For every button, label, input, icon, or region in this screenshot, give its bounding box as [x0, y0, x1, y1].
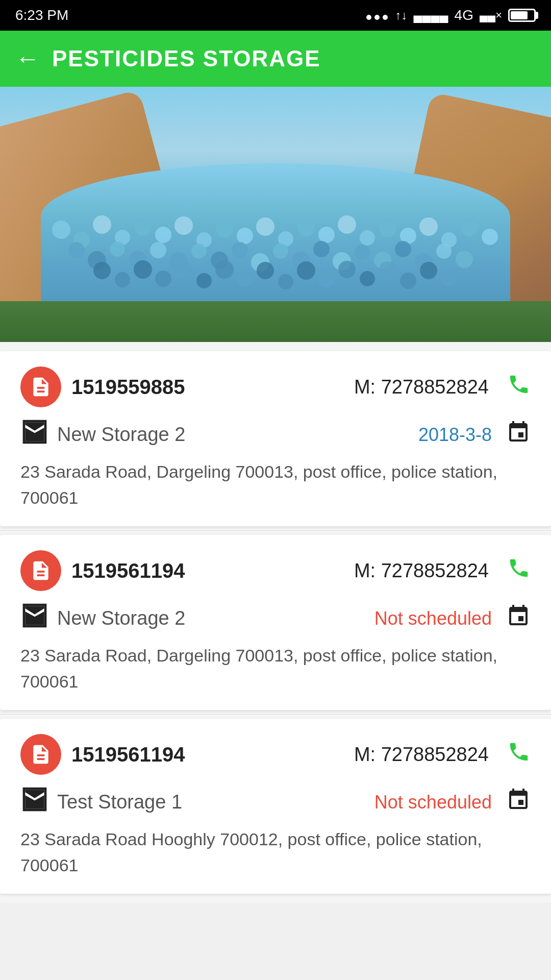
phone-icon-1[interactable]: [507, 373, 531, 402]
status-time: 6:23 PM: [15, 7, 68, 23]
svg-point-16: [379, 220, 396, 237]
svg-point-56: [379, 261, 397, 280]
svg-point-52: [297, 261, 315, 280]
hero-image: [0, 87, 551, 342]
svg-point-57: [400, 273, 416, 289]
svg-point-34: [313, 241, 330, 257]
svg-point-47: [196, 273, 212, 288]
svg-point-22: [68, 242, 85, 258]
doc-icon-circle-1: [20, 366, 61, 407]
svg-point-30: [232, 242, 248, 258]
svg-point-36: [355, 244, 370, 260]
document-icon-3: [30, 743, 52, 766]
svg-point-41: [456, 251, 473, 268]
card-3-address: 23 Sarada Road Hooghly 700012, post offi…: [20, 826, 531, 878]
store-icon-2: [20, 601, 49, 635]
svg-point-51: [278, 274, 293, 289]
svg-point-24: [110, 241, 125, 257]
hero-image-content: [0, 87, 551, 342]
card-1-row-1: 1519559885 M: 7278852824: [20, 366, 531, 407]
page-title: PESTICIDES STORAGE: [52, 46, 321, 71]
card-1-schedule-date: 2018-3-8: [418, 424, 492, 446]
svg-point-12: [297, 219, 315, 236]
card-2-address: 23 Sarada Road, Dargeling 700013, post o…: [20, 643, 531, 695]
back-button[interactable]: ←: [15, 46, 40, 71]
phone-icon-3[interactable]: [507, 740, 531, 769]
pellets-svg: [0, 138, 551, 301]
storage-card-1: 1519559885 M: 7278852824 New Storage 2 2…: [0, 351, 551, 526]
calendar-icon-2[interactable]: [506, 604, 531, 633]
card-2-mobile: M: 7278852824: [354, 560, 489, 582]
svg-point-0: [52, 220, 70, 239]
svg-point-44: [134, 260, 152, 279]
document-icon-2: [30, 559, 52, 582]
signal-icon: ↑↓: [395, 8, 408, 22]
card-1-license-id: 1519559885: [71, 376, 344, 399]
card-1-mobile: M: 7278852824: [354, 376, 489, 398]
card-1-row-2: New Storage 2 2018-3-8: [20, 418, 531, 452]
card-3-row-2: Test Storage 1 Not scheduled: [20, 785, 531, 819]
svg-point-20: [461, 219, 478, 236]
divider-1: [0, 530, 551, 531]
svg-point-18: [419, 217, 438, 236]
battery-fill: [511, 11, 528, 19]
svg-point-55: [360, 271, 375, 286]
svg-point-5: [155, 227, 171, 243]
card-3-row-1: 1519561194 M: 7278852824: [20, 734, 531, 775]
card-1-address: 23 Sarada Road, Dargeling 700013, post o…: [20, 459, 531, 511]
card-3-license-id: 1519561194: [71, 743, 344, 766]
phone-icon-2[interactable]: [507, 556, 531, 585]
svg-point-59: [441, 271, 457, 286]
calendar-icon-1[interactable]: [506, 420, 531, 450]
calendar-icon-3[interactable]: [506, 788, 531, 817]
signal-bars: ▄▄▄▄: [414, 8, 448, 22]
svg-point-40: [436, 243, 452, 259]
status-bar: 6:23 PM ↑↓ ▄▄▄▄ 4G ▄▄×: [0, 0, 551, 31]
svg-point-8: [216, 220, 233, 237]
battery-icon: [508, 9, 536, 22]
card-1-storage-name: New Storage 2: [57, 424, 410, 446]
card-2-storage-name: New Storage 2: [57, 607, 366, 629]
svg-point-48: [215, 260, 234, 279]
card-2-row-1: 1519561194 M: 7278852824: [20, 550, 531, 591]
svg-point-32: [273, 243, 288, 259]
svg-point-14: [338, 215, 356, 234]
card-2-row-2: New Storage 2 Not scheduled: [20, 601, 531, 635]
svg-point-54: [338, 261, 356, 278]
doc-icon-circle-2: [20, 550, 61, 591]
status-icons: ↑↓ ▄▄▄▄ 4G ▄▄×: [365, 7, 536, 23]
card-3-schedule-date: Not scheduled: [374, 792, 492, 813]
svg-point-49: [237, 271, 253, 287]
svg-point-10: [256, 217, 274, 236]
store-icon-1: [20, 418, 49, 452]
svg-point-50: [257, 262, 274, 279]
network-type: 4G: [455, 7, 473, 23]
svg-point-9: [237, 228, 253, 244]
svg-point-53: [318, 272, 335, 288]
document-icon-1: [30, 376, 52, 398]
doc-icon-circle-3: [20, 734, 61, 775]
svg-point-4: [134, 218, 152, 236]
app-header: ← PESTICIDES STORAGE: [0, 31, 551, 87]
card-3-storage-name: Test Storage 1: [57, 791, 366, 813]
store-icon-3: [20, 785, 49, 819]
svg-point-6: [174, 216, 193, 235]
storage-card-2: 1519561194 M: 7278852824 New Storage 2 N…: [0, 535, 551, 710]
divider-2: [0, 714, 551, 715]
svg-point-46: [175, 262, 192, 279]
svg-point-38: [395, 241, 411, 257]
svg-point-26: [150, 242, 166, 258]
storage-card-3: 1519561194 M: 7278852824 Test Storage 1 …: [0, 719, 551, 894]
svg-point-43: [115, 272, 130, 287]
svg-point-28: [191, 243, 207, 259]
svg-point-42: [93, 262, 111, 279]
svg-point-58: [420, 262, 437, 279]
card-2-license-id: 1519561194: [71, 559, 344, 582]
svg-point-13: [318, 227, 335, 243]
grass-area: [0, 301, 551, 342]
svg-point-45: [155, 271, 171, 287]
sim2-icon: ▄▄×: [480, 9, 502, 22]
svg-point-21: [482, 229, 498, 245]
content-area: 1519559885 M: 7278852824 New Storage 2 2…: [0, 342, 551, 903]
network-dots: [365, 7, 389, 23]
